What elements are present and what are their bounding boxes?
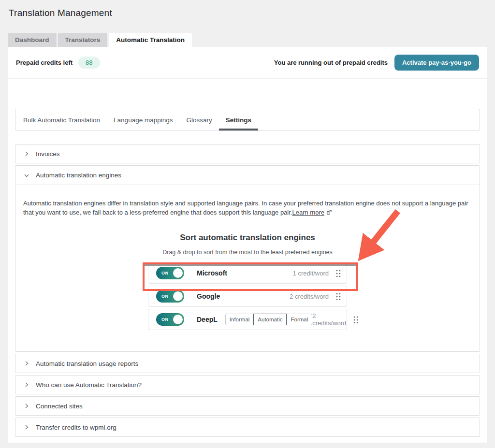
external-link-icon	[326, 208, 332, 217]
engine-row-deepl[interactable]: ON DeepL Informal Automatic Formal 2 cre…	[148, 309, 347, 330]
engine-list: ON Microsoft 1 credit/word ON Google	[148, 262, 347, 330]
toggle-knob	[173, 291, 183, 301]
sort-engines-title: Sort automatic translation engines	[23, 233, 472, 243]
engine-row-microsoft[interactable]: ON Microsoft 1 credit/word	[148, 262, 347, 284]
credits-bar: Prepaid credits left 88 You are running …	[8, 47, 487, 79]
main-panel: Prepaid credits left 88 You are running …	[8, 47, 487, 443]
toggle-knob	[173, 268, 183, 278]
chevron-down-icon	[24, 173, 29, 178]
credits-warning-text: You are running out of prepaid credits	[274, 59, 388, 66]
drag-handle-icon[interactable]	[353, 316, 358, 323]
engine-name: Google	[197, 292, 220, 300]
main-tab-bar: Dashboard Translators Automatic Translat…	[8, 33, 495, 47]
accordion-engines-header[interactable]: Automatic translation engines	[15, 166, 480, 185]
formality-automatic[interactable]: Automatic	[253, 314, 287, 325]
tab-translators[interactable]: Translators	[58, 33, 108, 47]
formality-formal[interactable]: Formal	[287, 314, 312, 325]
accordion-engines-section: Automatic translation engines Automatic …	[15, 165, 480, 352]
formality-informal[interactable]: Informal	[225, 314, 254, 325]
settings-subtab-bar: Bulk Automatic Translation Language mapp…	[15, 109, 480, 131]
chevron-right-icon	[24, 382, 29, 388]
sort-engines-subtitle: Drag & drop to sort from the most to the…	[23, 249, 472, 256]
tab-automatic-translation[interactable]: Automatic Translation	[109, 33, 192, 47]
engine-name: DeepL	[197, 316, 218, 323]
chevron-right-icon	[24, 361, 29, 366]
microsoft-toggle-on[interactable]: ON	[156, 267, 184, 279]
chevron-right-icon	[24, 151, 29, 157]
subtab-settings[interactable]: Settings	[219, 109, 258, 130]
drag-handle-icon[interactable]	[335, 269, 341, 277]
deepl-formality-selector: Informal Automatic Formal	[225, 314, 312, 325]
prepaid-credits-label: Prepaid credits left	[16, 59, 73, 66]
engines-description: Automatic translation engines differ in …	[23, 199, 472, 217]
google-toggle-on[interactable]: ON	[156, 290, 184, 303]
chevron-right-icon	[24, 424, 29, 430]
learn-more-link[interactable]: Learn more	[292, 209, 324, 216]
credits-count-badge: 88	[78, 57, 100, 69]
subtab-glossary[interactable]: Glossary	[179, 109, 218, 130]
accordion-transfer-credits[interactable]: Transfer credits to wpml.org	[15, 418, 480, 437]
chevron-right-icon	[24, 403, 29, 409]
accordion-connected-sites[interactable]: Connected sites	[15, 396, 480, 416]
engine-cost: 2 credits/word	[312, 312, 346, 327]
accordion-who-can-use[interactable]: Who can use Automatic Translation?	[15, 375, 480, 394]
accordion-usage-reports[interactable]: Automatic translation usage reports	[15, 354, 480, 373]
tab-dashboard[interactable]: Dashboard	[8, 33, 57, 47]
engine-name: Microsoft	[197, 269, 227, 277]
engine-row-google[interactable]: ON Google 2 credits/word	[148, 286, 347, 307]
engine-cost: 2 credits/word	[290, 293, 329, 300]
deepl-toggle-on[interactable]: ON	[156, 313, 184, 326]
accordion-invoices[interactable]: Invoices	[15, 144, 480, 163]
engines-body: Automatic translation engines differ in …	[15, 185, 480, 351]
drag-handle-icon[interactable]	[335, 292, 341, 300]
subtab-language-mappings[interactable]: Language mappings	[107, 109, 179, 130]
activate-payg-button[interactable]: Activate pay-as-you-go	[394, 55, 479, 71]
engine-cost: 1 credit/word	[293, 270, 329, 277]
toggle-knob	[173, 315, 183, 324]
subtab-bulk-automatic-translation[interactable]: Bulk Automatic Translation	[16, 109, 107, 130]
page-title: Translation Management	[0, 0, 495, 18]
